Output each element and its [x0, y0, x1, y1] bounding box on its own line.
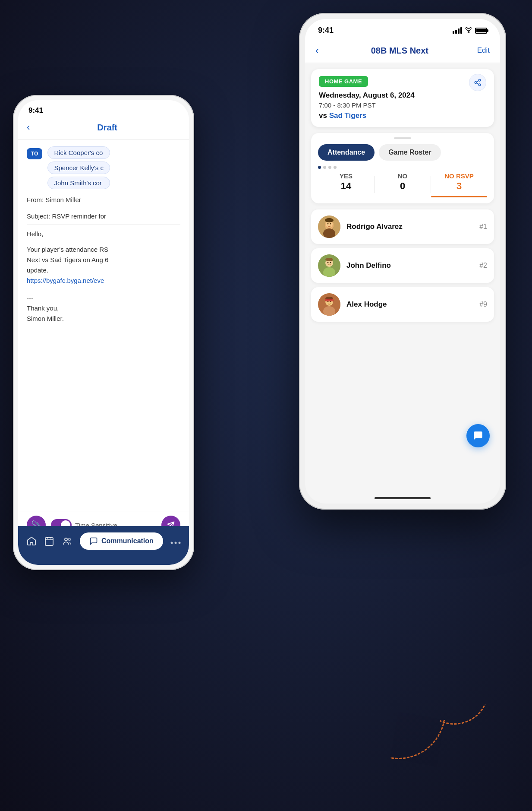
player-name-alex: Alex Hodge: [346, 300, 473, 309]
body-thanks: Thank you,: [27, 303, 180, 314]
body-line3: update.: [27, 265, 180, 276]
attendance-tab[interactable]: Attendance: [318, 144, 375, 161]
yes-value: 14: [318, 181, 374, 192]
chat-nav-icon: [89, 537, 98, 545]
share-icon: [474, 79, 482, 86]
tabs-card: Attendance Game Roster YES 14 NO 0: [311, 133, 494, 203]
player-number-rodrigo: #1: [479, 223, 487, 231]
more-icon: [170, 542, 181, 544]
home-game-badge: HOME GAME: [319, 76, 368, 87]
status-time-back: 9:41: [28, 106, 43, 115]
player-card-alex[interactable]: Alex Hodge #9: [311, 287, 494, 322]
svg-point-11: [478, 84, 481, 86]
status-icons-front: [453, 27, 487, 35]
game-vs: vs Sad Tigers: [319, 111, 415, 120]
status-bar-front: 9:41: [305, 19, 500, 38]
tab-dot-1: [318, 166, 321, 169]
chat-fab[interactable]: [466, 424, 490, 447]
avatar-john: [318, 254, 340, 277]
player-card-john[interactable]: John Delfino #2: [311, 248, 494, 283]
player-card-rodrigo[interactable]: Rodrigo Alvarez #1: [311, 209, 494, 244]
recipient-chip-3[interactable]: John Smith's cor: [47, 177, 110, 189]
avatar-alex: [318, 293, 340, 316]
svg-rect-34: [325, 299, 334, 301]
game-roster-tab[interactable]: Game Roster: [379, 144, 441, 161]
player-name-rodrigo: Rodrigo Alvarez: [346, 222, 473, 231]
to-badge: TO: [27, 148, 42, 159]
header-back: ‹ Draft: [18, 118, 189, 139]
svg-point-19: [327, 223, 329, 225]
game-card: HOME GAME Wednesday, August 6, 2024 7:00…: [311, 69, 494, 127]
nav-people-back[interactable]: [62, 536, 72, 546]
avatar-rodrigo: [318, 215, 340, 238]
subject-label: Subject:: [27, 212, 50, 220]
stats-row: YES 14 NO 0 NO RSVP 3: [318, 172, 487, 203]
signal-bars: [453, 27, 462, 34]
alex-avatar-img: [318, 293, 340, 316]
home-indicator: [375, 497, 431, 499]
stat-no-rsvp: NO RSVP 3: [431, 172, 487, 197]
draft-content: TO Rick Cooper's co Spencer Kelly's c Jo…: [18, 139, 189, 331]
no-value: 0: [375, 181, 431, 192]
subject-field[interactable]: Subject: RSVP reminder for: [27, 212, 180, 225]
nav-more-back[interactable]: [170, 535, 181, 547]
back-arrow-back[interactable]: ‹: [27, 122, 30, 133]
signal-bar-3: [458, 29, 460, 34]
svg-line-12: [476, 83, 478, 84]
no-rsvp-label: NO RSVP: [431, 172, 487, 180]
wifi-icon: [465, 27, 472, 35]
stat-no: NO 0: [375, 172, 431, 192]
drag-handle: [394, 137, 411, 139]
signal-bar-2: [455, 30, 457, 34]
svg-point-20: [330, 223, 331, 225]
body-signature: Simon Miller.: [27, 314, 180, 324]
nav-home-back[interactable]: [26, 536, 37, 546]
no-rsvp-underline: [431, 196, 487, 197]
from-label: From: Simon Miller: [27, 196, 81, 203]
svg-point-8: [179, 542, 181, 544]
subject-value: RSVP reminder for: [52, 212, 106, 220]
battery-fill: [476, 29, 486, 32]
body-line1: Your player's attendance RS: [27, 244, 180, 255]
people-icon: [62, 536, 72, 546]
home-icon: [26, 536, 37, 546]
back-arrow-front[interactable]: ‹: [315, 44, 319, 57]
draft-body[interactable]: Hello, Your player's attendance RS Next …: [27, 229, 180, 324]
svg-point-9: [478, 79, 481, 82]
tab-dot-3: [328, 166, 331, 169]
no-rsvp-value: 3: [431, 181, 487, 192]
share-button[interactable]: [469, 74, 486, 91]
recipient-chip-1[interactable]: Rick Cooper's co: [47, 146, 110, 159]
battery-icon: [475, 28, 487, 34]
body-line2: Next vs Sad Tigers on Aug 6: [27, 255, 180, 265]
svg-point-10: [475, 82, 477, 84]
svg-line-13: [476, 81, 478, 82]
tab-indicators: [318, 166, 487, 169]
rodrigo-avatar-img: [318, 215, 340, 238]
edit-button[interactable]: Edit: [477, 46, 490, 55]
game-time: 7:00 - 8:30 PM PST: [319, 101, 415, 109]
svg-point-27: [325, 258, 333, 261]
recipient-chip-2[interactable]: Spencer Kelly's c: [47, 162, 110, 174]
front-phone: 9:41 ‹ 08B MLS Next Edit: [299, 13, 506, 510]
tab-dot-4: [334, 166, 337, 169]
body-greeting: Hello,: [27, 229, 180, 239]
header-front: ‹ 08B MLS Next Edit: [305, 38, 500, 63]
vs-prefix: vs: [319, 111, 329, 120]
john-avatar-img: [318, 254, 340, 277]
no-label: NO: [375, 172, 431, 180]
svg-point-5: [68, 539, 70, 541]
svg-point-7: [175, 542, 177, 544]
svg-point-4: [65, 538, 67, 541]
nav-communication-button[interactable]: Communication: [80, 532, 163, 550]
yes-label: YES: [318, 172, 374, 180]
game-date: Wednesday, August 6, 2024: [319, 91, 415, 100]
signal-bar-4: [460, 27, 462, 34]
svg-point-21: [325, 218, 334, 222]
status-time-front: 9:41: [318, 26, 334, 35]
player-number-alex: #9: [479, 301, 487, 308]
recipients-list: Rick Cooper's co Spencer Kelly's c John …: [47, 146, 110, 189]
nav-calendar-back[interactable]: [44, 536, 54, 546]
chat-fab-icon: [472, 430, 484, 441]
to-section: TO Rick Cooper's co Spencer Kelly's c Jo…: [27, 146, 180, 189]
